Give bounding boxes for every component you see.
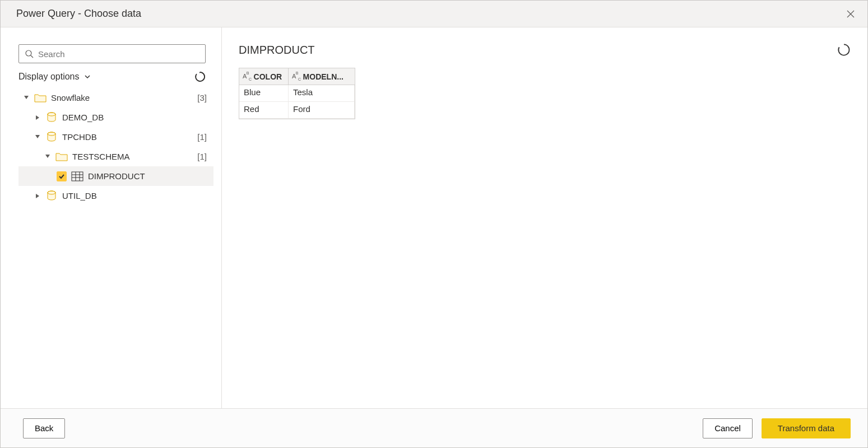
chevron-down-icon	[84, 73, 91, 80]
column-header-modelname[interactable]: ABC MODELN...	[289, 68, 355, 85]
close-icon	[847, 10, 855, 18]
tree-node-snowflake[interactable]: Snowflake [3]	[18, 88, 213, 108]
caret-down-icon[interactable]	[34, 135, 41, 139]
preview-header: DIMPRODUCT	[239, 39, 851, 61]
titlebar: Power Query - Choose data	[1, 1, 867, 27]
preview-pane: DIMPRODUCT ABC COLOR ABC MODELN...	[222, 27, 867, 408]
search-box[interactable]	[18, 44, 206, 63]
svg-marker-11	[45, 155, 50, 158]
footer-right: Cancel Transform data	[703, 418, 851, 438]
caret-right-icon[interactable]	[34, 194, 41, 198]
tree-count: [3]	[197, 93, 207, 102]
display-options-row: Display options	[18, 71, 206, 82]
tree-label: UTIL_DB	[62, 191, 207, 200]
back-button[interactable]: Back	[23, 418, 65, 438]
dialog-body: Display options	[1, 27, 867, 408]
footer: Back Cancel Transform data	[1, 408, 867, 447]
svg-marker-5	[36, 115, 39, 120]
caret-down-icon[interactable]	[23, 96, 30, 100]
tree-node-util-db[interactable]: UTIL_DB	[18, 186, 213, 206]
column-label: MODELN...	[303, 72, 344, 81]
tree-node-testschema[interactable]: TESTSCHEMA [1]	[18, 147, 213, 166]
tree-label: Snowflake	[51, 93, 193, 102]
display-options-label: Display options	[18, 72, 80, 82]
tree-count: [1]	[197, 152, 207, 161]
column-header-color[interactable]: ABC COLOR	[239, 68, 289, 85]
table-icon	[71, 170, 83, 183]
tree-label: DEMO_DB	[62, 113, 207, 122]
navigator-tree: Snowflake [3] DEMO_DB	[18, 88, 213, 206]
power-query-dialog: Power Query - Choose data Display option…	[0, 0, 868, 448]
navigator-pane: Display options	[1, 27, 222, 408]
transform-data-button[interactable]: Transform data	[762, 418, 851, 438]
tree-count: [1]	[197, 132, 207, 142]
folder-icon	[34, 92, 47, 104]
tree-node-demo-db[interactable]: DEMO_DB	[18, 108, 213, 127]
svg-marker-17	[36, 194, 39, 198]
cell-model: Tesla	[289, 85, 355, 101]
column-label: COLOR	[254, 72, 282, 81]
caret-down-icon[interactable]	[44, 155, 51, 159]
text-type-icon: ABC	[292, 72, 301, 81]
tree-label: TPCHDB	[62, 132, 193, 142]
cancel-button[interactable]: Cancel	[703, 418, 753, 438]
database-icon	[45, 190, 58, 202]
checkbox-checked[interactable]	[57, 171, 67, 181]
table-row[interactable]: Blue Tesla	[239, 85, 355, 102]
preview-grid: ABC COLOR ABC MODELN... Blue Tesla Red	[239, 68, 355, 119]
svg-point-2	[26, 50, 31, 56]
tree-label: DIMPRODUCT	[88, 171, 207, 181]
cell-color: Red	[239, 102, 289, 118]
refresh-icon[interactable]	[837, 43, 851, 57]
refresh-icon[interactable]	[194, 71, 206, 82]
svg-marker-8	[35, 135, 40, 138]
database-icon	[45, 111, 58, 124]
preview-title: DIMPRODUCT	[239, 44, 315, 57]
text-type-icon: ABC	[243, 72, 252, 81]
tree-node-tpchdb[interactable]: TPCHDB [1]	[18, 127, 213, 147]
caret-right-icon[interactable]	[34, 115, 41, 120]
table-row[interactable]: Red Ford	[239, 102, 355, 119]
search-icon	[25, 49, 34, 58]
grid-header: ABC COLOR ABC MODELN...	[239, 68, 355, 85]
display-options-dropdown[interactable]: Display options	[18, 72, 91, 82]
svg-rect-12	[72, 172, 83, 181]
tree-node-dimproduct[interactable]: DIMPRODUCT	[18, 166, 213, 186]
dialog-title: Power Query - Choose data	[16, 8, 141, 20]
search-input[interactable]	[38, 49, 199, 59]
close-button[interactable]	[842, 5, 860, 23]
svg-line-3	[31, 55, 33, 58]
cell-color: Blue	[239, 85, 289, 101]
folder-icon	[55, 151, 68, 163]
tree-label: TESTSCHEMA	[72, 152, 193, 161]
database-icon	[45, 131, 58, 143]
cell-model: Ford	[289, 102, 355, 118]
grid-body: Blue Tesla Red Ford	[239, 85, 355, 119]
svg-marker-4	[24, 96, 29, 99]
